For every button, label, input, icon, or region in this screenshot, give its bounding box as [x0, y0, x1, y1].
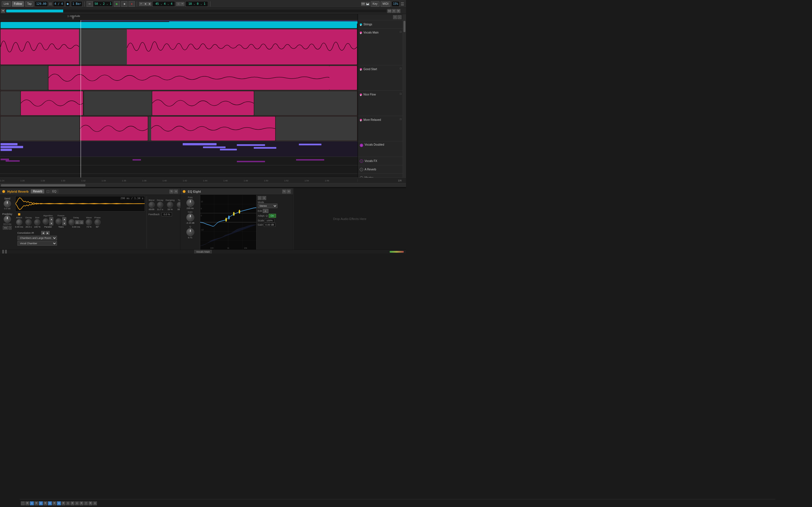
nice-flow-clip2[interactable] — [152, 91, 254, 115]
more-relaxed-clip1[interactable] — [80, 117, 148, 140]
tap-button[interactable]: Tap — [25, 1, 34, 7]
gain-knob[interactable] — [186, 214, 194, 221]
click-icon[interactable]: ◉ — [147, 2, 151, 6]
menu-button[interactable]: ☰ — [401, 2, 404, 6]
timeline-ruler[interactable]: ▷ Interlude 46 47 48 49 50 51 52 53 — [0, 14, 357, 20]
position2-display[interactable]: 45 . 4 . 4 — [153, 1, 175, 7]
link-button[interactable]: Link — [2, 1, 11, 7]
h-icon[interactable]: H — [392, 9, 396, 13]
freq-knob[interactable] — [186, 199, 194, 207]
good-start-clip[interactable] — [49, 66, 329, 90]
algo-up[interactable]: ▲ — [49, 217, 53, 221]
excl-button[interactable]: ! — [9, 226, 11, 230]
track-panel-a-reverb[interactable]: ○ A Reverb — [358, 165, 403, 174]
piano-icon[interactable]: 🎹 — [366, 2, 370, 6]
delay-icon2[interactable]: ◻ — [80, 220, 84, 224]
freeze-knob[interactable] — [56, 218, 62, 224]
play-button[interactable]: ▶ — [114, 1, 120, 7]
reverb-tab[interactable]: Reverb — [31, 189, 44, 193]
track-name-button[interactable]: Vocals Main — [194, 250, 212, 253]
reverb-cycle-icon[interactable]: ↻ — [169, 189, 173, 193]
nice-flow-clip1[interactable] — [21, 91, 83, 115]
track-panel-vocals-fx[interactable]: ○ Vocals FX — [358, 157, 403, 165]
eq-icon1[interactable]: □ — [258, 196, 262, 200]
good-start-clip2[interactable] — [329, 66, 357, 90]
delay-icon1[interactable]: ◫ — [75, 220, 79, 224]
stop-button[interactable]: ■ — [121, 1, 128, 7]
ir-name-selector[interactable]: Vocal Chamber — [17, 241, 57, 245]
vd-note3[interactable] — [1, 149, 12, 151]
record-button[interactable]: ● — [129, 1, 135, 7]
q-knob[interactable] — [186, 228, 194, 236]
adapt-q-on-button[interactable]: On — [269, 214, 276, 218]
vd-note5[interactable] — [203, 147, 225, 148]
key-button[interactable]: Key — [371, 1, 379, 7]
eq-cycle-icon[interactable]: ↻ — [282, 189, 286, 193]
vd-note9[interactable] — [299, 144, 321, 145]
mode-select[interactable]: Stereo — [258, 204, 277, 208]
size-knob[interactable] — [34, 219, 40, 225]
fx-note4[interactable] — [237, 161, 265, 162]
minus-icon[interactable]: - — [398, 15, 402, 19]
computer-icon[interactable]: ⌨ — [361, 2, 365, 6]
punch-icon[interactable]: ◀ — [143, 2, 147, 6]
ms-button[interactable]: ms — [3, 226, 8, 230]
h-scrollbar[interactable] — [0, 183, 406, 187]
bpm-display[interactable]: 129.00 — [35, 1, 48, 7]
v-scrollbar-thumb[interactable] — [403, 21, 405, 32]
fx-note5[interactable] — [296, 159, 324, 161]
time-sig-display[interactable]: 4 / 4 — [53, 1, 64, 7]
eq-tab[interactable]: EQ — [50, 189, 58, 193]
delay-knob[interactable] — [68, 219, 75, 225]
pencil-icon[interactable]: ✏ — [181, 2, 185, 6]
edit-select[interactable]: A — [263, 209, 268, 213]
fx-note2[interactable] — [6, 160, 20, 162]
collapse-button[interactable]: ▼ — [1, 9, 5, 13]
send-knob[interactable] — [4, 200, 11, 207]
vd-note1[interactable] — [1, 143, 17, 145]
track-panel-vocals-main[interactable]: ● Vocals Main □ — [358, 29, 403, 65]
vocals-main-clip[interactable] — [1, 29, 357, 64]
wave-knob[interactable] — [86, 219, 92, 225]
position3-display[interactable]: 18 . 0 . 1 — [186, 1, 208, 7]
decay2-knob[interactable] — [157, 202, 163, 208]
set-icon[interactable]: Set — [388, 9, 391, 13]
quantize-display[interactable]: 1 Bar — [71, 1, 82, 7]
loop-in-icon[interactable]: ◁ — [176, 2, 180, 6]
fx-note3[interactable] — [133, 159, 141, 161]
track-panel-good-start[interactable]: ● Good Start □ — [358, 65, 403, 91]
algorithm-knob[interactable] — [43, 218, 49, 224]
position-display[interactable]: 50 . 2 . 1 — [93, 1, 113, 7]
predelay-knob[interactable] — [4, 216, 11, 223]
attack-knob[interactable] — [16, 219, 22, 225]
eq-display[interactable]: 12 6 0 -6 -12 100 1k 10k — [200, 195, 256, 249]
overview-bar[interactable] — [6, 10, 386, 12]
ir-right[interactable]: ▶ — [46, 231, 50, 235]
freeze-down[interactable]: ▼ — [62, 221, 66, 225]
follow-button[interactable]: Follow — [12, 1, 24, 7]
plus-icon[interactable]: + — [393, 15, 397, 19]
vd-note4[interactable] — [183, 143, 216, 145]
zoom-display[interactable]: 15% — [392, 1, 400, 7]
eq-icon2[interactable]: ≡ — [262, 196, 266, 200]
vd-note8[interactable] — [254, 147, 276, 149]
damping-knob[interactable] — [167, 202, 173, 208]
more-relaxed-clip2[interactable] — [151, 117, 275, 140]
strings-clip2[interactable] — [169, 21, 357, 24]
eq-settings-icon[interactable]: ⊙ — [287, 189, 291, 193]
freeze-up[interactable]: ▲ — [62, 217, 66, 221]
track-panel-vocals-doubled[interactable]: ○ Vocals Doubled — [358, 142, 403, 157]
w-icon[interactable]: W — [396, 9, 400, 13]
v-scrollbar[interactable] — [403, 20, 406, 177]
algo-down[interactable]: ▼ — [49, 221, 53, 225]
track-panel-more-relaxed[interactable]: ● More Relaxed □ — [358, 116, 403, 142]
phase-knob[interactable] — [94, 219, 101, 225]
blend-knob[interactable] — [149, 202, 155, 208]
track-panel-master[interactable]: ○ Master — [358, 174, 403, 177]
eq-tab-checkbox[interactable] — [47, 190, 49, 193]
decay-knob[interactable] — [26, 219, 32, 225]
reverb-settings-icon[interactable]: ⊙ — [174, 189, 178, 193]
vd-note2[interactable] — [1, 146, 23, 148]
loop-icon[interactable]: ⟳ — [139, 2, 143, 6]
midi-button[interactable]: MIDI — [380, 1, 391, 7]
